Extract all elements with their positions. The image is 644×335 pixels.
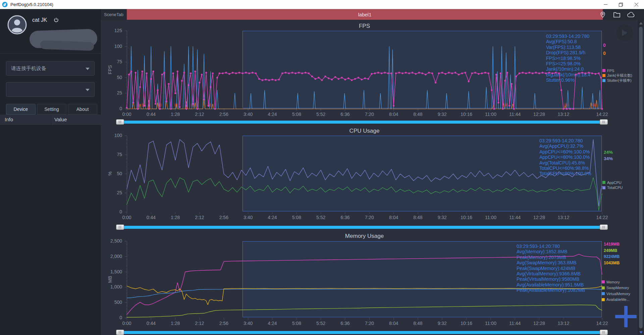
device-select[interactable]: 请连接手机设备 bbox=[6, 61, 95, 76]
scrollbar-thumb[interactable] bbox=[639, 27, 643, 328]
fps-time-range-slider[interactable] bbox=[116, 119, 608, 125]
fps-legend-item[interactable]: Jank(卡顿次数) bbox=[602, 73, 632, 78]
maximize-button[interactable] bbox=[613, 0, 629, 9]
cpu-chart-plot[interactable] bbox=[127, 136, 602, 212]
power-icon[interactable] bbox=[54, 17, 59, 24]
cpu-x-tick-label: 8:04 bbox=[382, 215, 406, 220]
cpu-x-tick-label: 13:12 bbox=[552, 215, 575, 220]
fps-x-tick-label: 14:22 bbox=[590, 112, 614, 117]
info-table-header: Info Value bbox=[0, 115, 101, 125]
memory-chart-title: Memory Usage bbox=[127, 233, 602, 240]
memory-x-tick-label: 10:16 bbox=[455, 321, 478, 326]
cpu-y-tick-label: 25 bbox=[101, 190, 122, 195]
memory-y-tick-label: 2,500 bbox=[101, 238, 122, 244]
memory-time-range-slider[interactable] bbox=[116, 330, 608, 335]
fps-x-tick-label: 10:16 bbox=[455, 112, 478, 117]
folder-icon[interactable] bbox=[612, 10, 621, 19]
memory-x-tick-label: 6:36 bbox=[333, 321, 357, 326]
fps-x-tick-label: 3:40 bbox=[236, 112, 260, 117]
fps-slider-track[interactable] bbox=[124, 121, 600, 124]
fps-x-tick-label: 4:24 bbox=[261, 112, 284, 117]
column-info: Info bbox=[5, 117, 13, 122]
fps-x-tick-label: 11:44 bbox=[503, 112, 527, 117]
memory-slider-handle-right[interactable] bbox=[600, 330, 608, 335]
memory-x-tick-label: 2:12 bbox=[188, 321, 211, 326]
chevron-down-icon bbox=[86, 89, 90, 91]
scroll-down-icon[interactable] bbox=[639, 331, 643, 334]
scene-tab[interactable]: SceneTab bbox=[101, 9, 127, 20]
memory-slider-handle-left[interactable] bbox=[116, 330, 124, 335]
cpu-legend-item[interactable]: TotalCPU bbox=[602, 185, 623, 191]
cpu-x-tick-label: 0:44 bbox=[139, 215, 163, 220]
tab-device[interactable]: Device bbox=[6, 104, 36, 115]
cloud-icon[interactable] bbox=[627, 10, 635, 19]
memory-x-tick-label: 4:24 bbox=[261, 321, 284, 326]
fps-x-tick-label: 8:48 bbox=[406, 112, 430, 117]
fps-legend-item[interactable]: Stutter(卡顿率) bbox=[602, 78, 632, 83]
memory-legend-item[interactable]: VirtualMemory bbox=[602, 291, 630, 297]
app-logo-icon bbox=[2, 2, 8, 7]
cpu-x-tick-label: 2:56 bbox=[212, 215, 235, 220]
tab-setting[interactable]: Setting bbox=[37, 104, 66, 115]
close-button[interactable] bbox=[629, 0, 644, 9]
memory-x-tick-label: 9:32 bbox=[430, 321, 454, 326]
cpu-legend-item[interactable]: AppCPU bbox=[602, 180, 623, 185]
fps-x-tick-label: 1:28 bbox=[164, 112, 187, 117]
fps-x-tick-label: 11:00 bbox=[479, 112, 502, 117]
cpu-x-tick-label: 6:36 bbox=[333, 215, 357, 220]
cpu-time-range-slider[interactable] bbox=[116, 224, 608, 230]
tab-label: Setting bbox=[44, 107, 59, 112]
cpu-x-tick-label: 3:40 bbox=[236, 215, 260, 220]
fps-x-tick-label: 5:08 bbox=[285, 112, 308, 117]
memory-x-tick-label: 8:48 bbox=[406, 321, 430, 326]
memory-x-tick-label: 0:00 bbox=[115, 321, 139, 326]
scroll-up-icon[interactable] bbox=[639, 22, 643, 24]
tab-about[interactable]: About bbox=[68, 104, 97, 115]
cpu-x-tick-label: 11:00 bbox=[479, 215, 502, 220]
process-select[interactable] bbox=[6, 82, 95, 97]
fps-x-tick-label: 9:32 bbox=[430, 112, 454, 117]
memory-x-tick-label: 0:44 bbox=[139, 321, 163, 326]
fps-x-tick-label: 7:20 bbox=[358, 112, 381, 117]
memory-x-tick-label: 7:20 bbox=[358, 321, 381, 326]
cpu-y-tick-label: 100 bbox=[101, 133, 122, 138]
fps-x-tick-label: 0:44 bbox=[139, 112, 163, 117]
fps-x-tick-label: 12:28 bbox=[528, 112, 551, 117]
scene-row: SceneTab label1 bbox=[101, 9, 644, 20]
cpu-slider-track[interactable] bbox=[124, 226, 600, 229]
memory-slider-track[interactable] bbox=[124, 331, 600, 334]
play-button[interactable] bbox=[616, 24, 633, 41]
scene-label-bar[interactable]: label1 bbox=[127, 9, 603, 20]
memory-legend-item[interactable]: Memory bbox=[602, 279, 630, 285]
fps-y-tick-label: 125 bbox=[101, 28, 122, 33]
memory-current-values: 1419MB249MB9224MB1043MB bbox=[604, 241, 620, 266]
fps-legend-item[interactable]: FPS bbox=[602, 68, 632, 73]
avatar bbox=[7, 15, 27, 36]
column-divider bbox=[51, 115, 51, 125]
memory-legend-item[interactable]: SwapMemory bbox=[602, 285, 630, 291]
column-value: Value bbox=[54, 117, 67, 122]
memory-chart-plot[interactable] bbox=[127, 241, 602, 318]
sidebar: cat JK 请连接手机设备 Device Setting About Info… bbox=[0, 9, 101, 335]
cpu-slider-handle-left[interactable] bbox=[116, 224, 124, 230]
memory-y-tick-label: 0 bbox=[101, 315, 122, 320]
memory-x-tick-label: 2:56 bbox=[212, 321, 235, 326]
chevron-down-icon bbox=[86, 68, 90, 70]
fps-slider-handle-right[interactable] bbox=[600, 119, 608, 125]
cpu-slider-handle-right[interactable] bbox=[600, 224, 608, 230]
minimize-button[interactable] bbox=[598, 0, 613, 9]
cpu-x-tick-label: 9:32 bbox=[430, 215, 454, 220]
cpu-x-tick-label: 5:08 bbox=[285, 215, 308, 220]
redacted-info bbox=[40, 40, 94, 51]
scene-tab-label: SceneTab bbox=[104, 12, 123, 17]
memory-x-tick-label: 11:00 bbox=[479, 321, 502, 326]
location-icon[interactable] bbox=[598, 10, 607, 19]
cpu-x-tick-label: 4:24 bbox=[261, 215, 284, 220]
fps-chart-plot[interactable] bbox=[127, 31, 602, 109]
fps-slider-handle-left[interactable] bbox=[116, 119, 124, 125]
cpu-x-tick-label: 12:28 bbox=[528, 215, 551, 220]
add-chart-button[interactable] bbox=[615, 306, 637, 327]
memory-legend-item[interactable]: AvailableMe... bbox=[602, 297, 630, 303]
memory-x-tick-label: 8:04 bbox=[382, 321, 406, 326]
vertical-scrollbar[interactable] bbox=[638, 20, 643, 335]
